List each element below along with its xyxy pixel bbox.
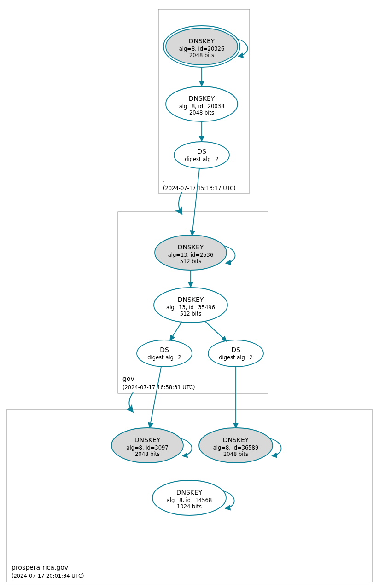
zone-leaf-ts: (2024-07-17 20:01:34 UTC)	[12, 573, 84, 579]
svg-text:DS: DS	[197, 148, 206, 155]
svg-text:DS: DS	[160, 346, 169, 353]
svg-text:DNSKEY: DNSKEY	[189, 37, 215, 45]
svg-text:DNSKEY: DNSKEY	[178, 296, 204, 303]
zone-leaf-label: prosperafrica.gov	[12, 564, 68, 571]
svg-text:alg=8, id=20326: alg=8, id=20326	[179, 46, 225, 52]
zone-root-ts: (2024-07-17 15:13:17 UTC)	[163, 185, 236, 191]
zone-gov-label: gov	[122, 375, 134, 382]
svg-text:DNSKEY: DNSKEY	[176, 489, 203, 496]
svg-text:alg=8, id=3097: alg=8, id=3097	[126, 444, 168, 451]
svg-text:512 bits: 512 bits	[180, 258, 202, 265]
edge-zone-root-to-gov	[179, 192, 182, 213]
svg-text:512 bits: 512 bits	[180, 311, 202, 317]
dnskey-leaf-ksk2: DNSKEY alg=8, id=36589 2048 bits	[199, 428, 273, 463]
svg-text:2048 bits: 2048 bits	[189, 110, 214, 116]
svg-text:2048 bits: 2048 bits	[223, 451, 248, 457]
svg-text:2048 bits: 2048 bits	[189, 52, 214, 58]
dnskey-root-ksk: DNSKEY alg=8, id=20326 2048 bits	[163, 26, 240, 67]
zone-gov-ts: (2024-07-17 16:58:31 UTC)	[122, 384, 195, 391]
svg-text:DNSKEY: DNSKEY	[178, 243, 204, 251]
svg-text:digest alg=2: digest alg=2	[147, 354, 181, 361]
svg-text:DNSKEY: DNSKEY	[223, 436, 249, 444]
dnskey-root-zsk: DNSKEY alg=8, id=20038 2048 bits	[166, 86, 238, 121]
edge-gov-ds1-leaf-ksk1	[150, 367, 161, 428]
svg-text:DNSKEY: DNSKEY	[189, 95, 215, 102]
svg-text:DS: DS	[231, 346, 240, 353]
svg-text:alg=8, id=36589: alg=8, id=36589	[213, 444, 259, 451]
svg-text:1024 bits: 1024 bits	[177, 503, 202, 510]
edge-gov-zsk-ds1	[170, 322, 182, 340]
edge-gov-zsk-ds2	[205, 321, 227, 341]
ds-gov-1: DS digest alg=2	[137, 340, 192, 367]
svg-text:2048 bits: 2048 bits	[135, 451, 160, 457]
dnssec-graph: . (2024-07-17 15:13:17 UTC) gov (2024-07…	[0, 0, 379, 588]
zone-root-label: .	[163, 176, 165, 183]
svg-text:digest alg=2: digest alg=2	[185, 156, 219, 162]
edge-root-ds-gov-ksk	[192, 168, 199, 236]
svg-text:digest alg=2: digest alg=2	[219, 354, 253, 361]
dnskey-gov-ksk: DNSKEY alg=13, id=2536 512 bits	[155, 235, 227, 270]
dnskey-gov-zsk: DNSKEY alg=13, id=35496 512 bits	[154, 288, 227, 323]
ds-gov-2: DS digest alg=2	[208, 340, 263, 367]
svg-text:alg=13, id=2536: alg=13, id=2536	[168, 252, 214, 258]
svg-text:DNSKEY: DNSKEY	[134, 436, 161, 444]
svg-point-20	[137, 340, 192, 367]
svg-text:alg=8, id=20038: alg=8, id=20038	[179, 103, 225, 110]
dnskey-leaf-zsk: DNSKEY alg=8, id=14568 1024 bits	[152, 480, 226, 515]
edge-zone-gov-to-leaf	[129, 392, 133, 410]
svg-point-9	[174, 142, 229, 168]
dnskey-leaf-ksk1: DNSKEY alg=8, id=3097 2048 bits	[111, 428, 183, 463]
svg-text:alg=13, id=35496: alg=13, id=35496	[166, 304, 215, 311]
svg-text:alg=8, id=14568: alg=8, id=14568	[167, 497, 212, 503]
ds-root: DS digest alg=2	[174, 142, 229, 168]
svg-point-23	[208, 340, 263, 367]
